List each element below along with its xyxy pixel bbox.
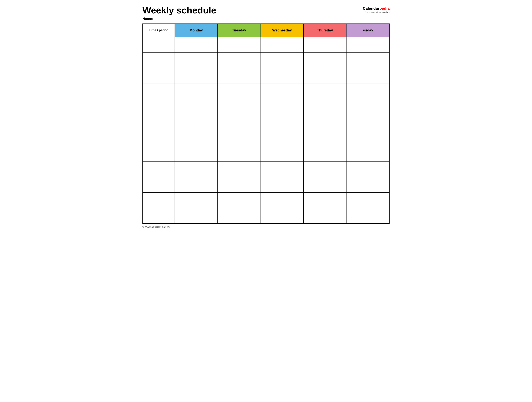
cell-row10-col1[interactable]: [175, 192, 218, 208]
footer-copyright: © www.calendarpedia.com: [142, 226, 390, 228]
header-section: Weekly schedule Name: Calendarpedia Your…: [142, 5, 390, 21]
cell-row6-col3[interactable]: [260, 130, 304, 146]
cell-row7-col5[interactable]: [347, 146, 389, 161]
table-row: [143, 84, 389, 99]
cell-row1-col3[interactable]: [260, 52, 304, 68]
page-title: Weekly schedule: [142, 5, 216, 15]
table-row: [143, 208, 389, 224]
cell-row8-col5[interactable]: [347, 161, 389, 177]
table-row: [143, 68, 389, 84]
cell-row1-col4[interactable]: [304, 52, 346, 68]
logo-block: Calendarpedia Your source for calendars: [363, 6, 390, 14]
cell-row0-col3[interactable]: [260, 37, 304, 52]
cell-row5-col2[interactable]: [218, 115, 260, 130]
cell-row8-col0[interactable]: [143, 161, 175, 177]
cell-row1-col5[interactable]: [347, 52, 389, 68]
logo-text: Calendarpedia: [363, 6, 390, 11]
cell-row3-col5[interactable]: [347, 84, 389, 99]
cell-row9-col4[interactable]: [304, 177, 346, 192]
cell-row11-col2[interactable]: [218, 208, 260, 224]
logo-tagline: Your source for calendars: [366, 11, 390, 14]
cell-row5-col4[interactable]: [304, 115, 346, 130]
cell-row6-col5[interactable]: [347, 130, 389, 146]
cell-row9-col0[interactable]: [143, 177, 175, 192]
cell-row3-col0[interactable]: [143, 84, 175, 99]
cell-row7-col1[interactable]: [175, 146, 218, 161]
cell-row3-col3[interactable]: [260, 84, 304, 99]
cell-row7-col3[interactable]: [260, 146, 304, 161]
cell-row9-col3[interactable]: [260, 177, 304, 192]
cell-row9-col1[interactable]: [175, 177, 218, 192]
col-header-thursday: Thursday: [304, 24, 346, 37]
cell-row7-col2[interactable]: [218, 146, 260, 161]
cell-row0-col5[interactable]: [347, 37, 389, 52]
col-header-time: Time / period: [143, 24, 175, 37]
table-row: [143, 130, 389, 146]
cell-row4-col1[interactable]: [175, 99, 218, 115]
table-header-row: Time / period Monday Tuesday Wednesday T…: [143, 24, 389, 37]
cell-row0-col4[interactable]: [304, 37, 346, 52]
table-row: [143, 52, 389, 68]
cell-row6-col4[interactable]: [304, 130, 346, 146]
table-row: [143, 192, 389, 208]
cell-row11-col1[interactable]: [175, 208, 218, 224]
cell-row3-col4[interactable]: [304, 84, 346, 99]
col-header-wednesday: Wednesday: [260, 24, 304, 37]
cell-row11-col3[interactable]: [260, 208, 304, 224]
cell-row10-col4[interactable]: [304, 192, 346, 208]
cell-row0-col0[interactable]: [143, 37, 175, 52]
cell-row6-col2[interactable]: [218, 130, 260, 146]
table-row: [143, 161, 389, 177]
logo-calendar-part: Calendar: [363, 6, 379, 11]
cell-row1-col2[interactable]: [218, 52, 260, 68]
col-header-friday: Friday: [347, 24, 389, 37]
cell-row2-col1[interactable]: [175, 68, 218, 84]
cell-row4-col2[interactable]: [218, 99, 260, 115]
cell-row5-col1[interactable]: [175, 115, 218, 130]
cell-row3-col2[interactable]: [218, 84, 260, 99]
name-label: Name:: [142, 17, 216, 21]
cell-row10-col5[interactable]: [347, 192, 389, 208]
cell-row2-col5[interactable]: [347, 68, 389, 84]
cell-row7-col4[interactable]: [304, 146, 346, 161]
title-block: Weekly schedule Name:: [142, 5, 216, 21]
cell-row8-col2[interactable]: [218, 161, 260, 177]
cell-row1-col1[interactable]: [175, 52, 218, 68]
cell-row2-col4[interactable]: [304, 68, 346, 84]
col-header-tuesday: Tuesday: [218, 24, 260, 37]
schedule-body: [143, 37, 389, 224]
cell-row4-col3[interactable]: [260, 99, 304, 115]
col-header-monday: Monday: [175, 24, 218, 37]
cell-row5-col3[interactable]: [260, 115, 304, 130]
table-row: [143, 115, 389, 130]
cell-row8-col1[interactable]: [175, 161, 218, 177]
cell-row10-col0[interactable]: [143, 192, 175, 208]
cell-row11-col0[interactable]: [143, 208, 175, 224]
cell-row9-col5[interactable]: [347, 177, 389, 192]
cell-row8-col4[interactable]: [304, 161, 346, 177]
cell-row4-col4[interactable]: [304, 99, 346, 115]
logo-pedia-part: pedia: [380, 6, 390, 11]
cell-row2-col2[interactable]: [218, 68, 260, 84]
cell-row2-col3[interactable]: [260, 68, 304, 84]
cell-row7-col0[interactable]: [143, 146, 175, 161]
cell-row4-col0[interactable]: [143, 99, 175, 115]
cell-row3-col1[interactable]: [175, 84, 218, 99]
cell-row6-col1[interactable]: [175, 130, 218, 146]
cell-row6-col0[interactable]: [143, 130, 175, 146]
cell-row8-col3[interactable]: [260, 161, 304, 177]
cell-row11-col5[interactable]: [347, 208, 389, 224]
cell-row4-col5[interactable]: [347, 99, 389, 115]
table-row: [143, 177, 389, 192]
cell-row11-col4[interactable]: [304, 208, 346, 224]
cell-row0-col2[interactable]: [218, 37, 260, 52]
cell-row5-col0[interactable]: [143, 115, 175, 130]
cell-row10-col3[interactable]: [260, 192, 304, 208]
table-row: [143, 99, 389, 115]
cell-row0-col1[interactable]: [175, 37, 218, 52]
cell-row1-col0[interactable]: [143, 52, 175, 68]
cell-row10-col2[interactable]: [218, 192, 260, 208]
cell-row9-col2[interactable]: [218, 177, 260, 192]
cell-row5-col5[interactable]: [347, 115, 389, 130]
cell-row2-col0[interactable]: [143, 68, 175, 84]
